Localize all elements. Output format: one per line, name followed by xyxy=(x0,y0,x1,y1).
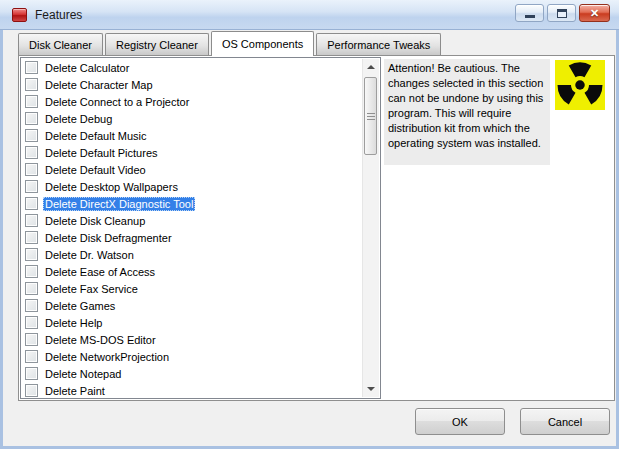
list-item[interactable]: Delete Help xyxy=(21,314,362,331)
checkbox[interactable] xyxy=(25,231,38,244)
window-controls: ✕ xyxy=(515,4,610,22)
list-item[interactable]: Delete Default Pictures xyxy=(21,144,362,161)
item-label: Delete Disk Cleanup xyxy=(43,214,147,228)
item-label: Delete Paint xyxy=(43,384,107,398)
tab-registry-cleaner[interactable]: Registry Cleaner xyxy=(105,33,209,55)
checkbox[interactable] xyxy=(25,95,38,108)
item-label: Delete Disk Defragmenter xyxy=(43,231,174,245)
maximize-button[interactable] xyxy=(547,4,576,22)
list-item[interactable]: Delete Fax Service xyxy=(21,280,362,297)
cancel-button[interactable]: Cancel xyxy=(520,408,610,435)
maximize-icon xyxy=(557,9,567,18)
item-label: Delete Default Music xyxy=(43,129,149,143)
list-item[interactable]: Delete Games xyxy=(21,297,362,314)
item-label: Delete Dr. Watson xyxy=(43,248,136,262)
checkbox[interactable] xyxy=(25,248,38,261)
list-item[interactable]: Delete Default Music xyxy=(21,127,362,144)
close-icon: ✕ xyxy=(590,7,599,20)
scroll-thumb[interactable] xyxy=(364,77,377,155)
thumb-grip-icon xyxy=(367,113,375,120)
tab-os-components[interactable]: OS Components xyxy=(211,31,314,56)
item-label: Delete Ease of Access xyxy=(43,265,157,279)
checkbox[interactable] xyxy=(25,61,38,74)
item-label: Delete Debug xyxy=(43,112,114,126)
list-item[interactable]: Delete Ease of Access xyxy=(21,263,362,280)
tab-bar: Disk CleanerRegistry CleanerOS Component… xyxy=(18,31,443,55)
checkbox[interactable] xyxy=(25,163,38,176)
checkbox-list[interactable]: Delete CalculatorDelete Character MapDel… xyxy=(20,57,381,399)
item-label: Delete Desktop Wallpapers xyxy=(43,180,180,194)
ok-button[interactable]: OK xyxy=(415,408,505,435)
checkbox[interactable] xyxy=(25,180,38,193)
list-item[interactable]: Delete Default Video xyxy=(21,161,362,178)
checkbox[interactable] xyxy=(25,146,38,159)
app-icon xyxy=(12,8,27,22)
list-item[interactable]: Delete Calculator xyxy=(21,59,362,76)
tab-disk-cleaner[interactable]: Disk Cleaner xyxy=(18,33,103,55)
list-item[interactable]: Delete Disk Defragmenter xyxy=(21,229,362,246)
list-item[interactable]: Delete Disk Cleanup xyxy=(21,212,362,229)
list-item[interactable]: Delete Notepad xyxy=(21,365,362,382)
warning-text: Attention! Be cautious. The changes sele… xyxy=(388,62,543,149)
checkbox[interactable] xyxy=(25,316,38,329)
tab-page-os-components: Delete CalculatorDelete Character MapDel… xyxy=(18,55,615,401)
item-label: Delete Default Video xyxy=(43,163,148,177)
item-label: Delete Character Map xyxy=(43,78,155,92)
list-item[interactable]: Delete Character Map xyxy=(21,76,362,93)
window-title: Features xyxy=(35,8,82,22)
checkbox[interactable] xyxy=(25,197,38,210)
item-label: Delete Games xyxy=(43,299,117,313)
checkbox[interactable] xyxy=(25,350,38,363)
item-label: Delete Notepad xyxy=(43,367,123,381)
list-item[interactable]: Delete DirectX Diagnostic Tool xyxy=(21,195,362,212)
tab-performance-tweaks[interactable]: Performance Tweaks xyxy=(316,33,441,55)
list-item[interactable]: Delete Connect to a Projector xyxy=(21,93,362,110)
warning-panel: Attention! Be cautious. The changes sele… xyxy=(384,59,550,165)
item-label: Delete Calculator xyxy=(43,61,131,75)
checkbox[interactable] xyxy=(25,265,38,278)
titlebar[interactable]: Features ✕ xyxy=(0,0,619,30)
item-label: Delete Connect to a Projector xyxy=(43,95,191,109)
item-label: Delete NetworkProjection xyxy=(43,350,171,364)
list-item[interactable]: Delete Dr. Watson xyxy=(21,246,362,263)
scroll-up-button[interactable] xyxy=(363,59,379,75)
checkbox[interactable] xyxy=(25,384,38,397)
checkbox[interactable] xyxy=(25,129,38,142)
item-label: Delete MS-DOS Editor xyxy=(43,333,158,347)
list-item[interactable]: Delete Debug xyxy=(21,110,362,127)
checkbox[interactable] xyxy=(25,112,38,125)
list-item[interactable]: Delete NetworkProjection xyxy=(21,348,362,365)
features-dialog: Features ✕ Disk CleanerRegistry CleanerO… xyxy=(0,0,619,449)
item-label: Delete DirectX Diagnostic Tool xyxy=(43,197,195,211)
checkbox[interactable] xyxy=(25,333,38,346)
list-item[interactable]: Delete Paint xyxy=(21,382,362,399)
minimize-icon xyxy=(525,15,535,18)
list-item[interactable]: Delete Desktop Wallpapers xyxy=(21,178,362,195)
checkbox[interactable] xyxy=(25,78,38,91)
checkbox[interactable] xyxy=(25,299,38,312)
vertical-scrollbar[interactable] xyxy=(362,59,379,397)
arrow-up-icon xyxy=(367,65,375,69)
close-button[interactable]: ✕ xyxy=(579,4,610,22)
scroll-down-button[interactable] xyxy=(363,381,379,397)
minimize-button[interactable] xyxy=(515,4,544,22)
arrow-down-icon xyxy=(367,387,375,391)
checkbox[interactable] xyxy=(25,367,38,380)
item-label: Delete Fax Service xyxy=(43,282,140,296)
checkbox-list-rows: Delete CalculatorDelete Character MapDel… xyxy=(21,59,362,399)
checkbox[interactable] xyxy=(25,214,38,227)
checkbox[interactable] xyxy=(25,282,38,295)
radiation-icon xyxy=(555,60,605,110)
item-label: Delete Help xyxy=(43,316,104,330)
list-item[interactable]: Delete MS-DOS Editor xyxy=(21,331,362,348)
item-label: Delete Default Pictures xyxy=(43,146,160,160)
